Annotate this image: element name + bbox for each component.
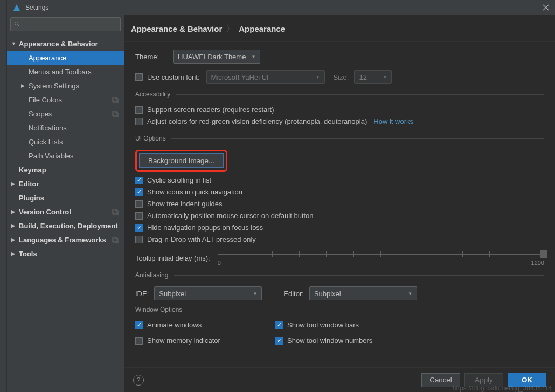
titlebar: Settings: [7, 0, 555, 15]
svg-point-0: [15, 22, 18, 25]
tree-item[interactable]: Plugins: [7, 191, 124, 205]
tree-item[interactable]: ▶Version Control: [7, 205, 124, 219]
slider-thumb[interactable]: [540, 250, 547, 258]
chevron-down-icon: ▼: [383, 75, 387, 80]
svg-rect-9: [114, 239, 118, 243]
tree-indent-checkbox[interactable]: [135, 200, 143, 208]
svg-rect-6: [113, 209, 117, 214]
screen-readers-label: Support screen readers (requires restart…: [147, 106, 274, 114]
theme-label: Theme:: [135, 53, 173, 61]
breadcrumb-sep: 〉: [226, 24, 234, 34]
drag-alt-checkbox[interactable]: [135, 236, 143, 243]
highlight-annotation: Background Image...: [135, 150, 227, 172]
tree-item[interactable]: Appearance: [7, 51, 124, 65]
apply-button[interactable]: Apply: [464, 373, 503, 387]
tooltip-delay-label: Tooltip initial delay (ms):: [135, 254, 210, 262]
tree-indent-label: Show tree indent guides: [147, 200, 222, 208]
hide-popups-checkbox[interactable]: [135, 224, 143, 232]
project-badge-icon: [112, 236, 119, 243]
tree-item[interactable]: ▶Languages & Frameworks: [7, 233, 124, 247]
cyclic-scroll-label: Cyclic scrolling in list: [147, 176, 211, 184]
tree-item[interactable]: ▶Tools: [7, 247, 124, 261]
background-image-button[interactable]: Background Image...: [139, 153, 224, 168]
tree-item[interactable]: Scopes: [7, 107, 124, 121]
tooltip-delay-slider[interactable]: 01200: [218, 250, 544, 266]
tree-item[interactable]: ▶System Settings: [7, 79, 124, 93]
tree-item-label: Path Variables: [29, 152, 74, 160]
tool-bars-checkbox[interactable]: [275, 321, 283, 329]
font-combo[interactable]: Microsoft YaHei UI ▼: [206, 70, 325, 84]
expand-arrow-icon: ▶: [11, 209, 17, 214]
tree-item[interactable]: Keymap: [7, 163, 124, 177]
quick-nav-icons-checkbox[interactable]: [135, 188, 143, 196]
window-title: Settings: [25, 4, 542, 11]
close-icon[interactable]: [542, 4, 550, 11]
ok-button[interactable]: OK: [508, 373, 546, 387]
cyclic-scroll-checkbox[interactable]: [135, 177, 143, 184]
footer: ? Cancel Apply OK: [124, 367, 555, 392]
search-icon: [14, 21, 20, 27]
custom-font-checkbox[interactable]: [135, 73, 143, 81]
color-deficiency-checkbox[interactable]: [135, 118, 143, 125]
cancel-button[interactable]: Cancel: [421, 373, 460, 387]
how-it-works-link[interactable]: How it works: [373, 117, 413, 125]
tree-item[interactable]: ▼Appearance & Behavior: [7, 37, 124, 51]
tool-bars-label: Show tool window bars: [287, 321, 359, 329]
tree-item-label: Tools: [19, 250, 37, 258]
tree-item-label: Languages & Frameworks: [19, 236, 106, 244]
project-badge-icon: [112, 96, 119, 103]
auto-mouse-label: Automatically position mouse cursor on d…: [147, 212, 314, 220]
project-badge-icon: [112, 208, 119, 215]
breadcrumb: Appearance & Behavior 〉 Appearance: [124, 15, 555, 42]
expand-arrow-icon: ▶: [11, 237, 17, 242]
tree-item[interactable]: Menus and Toolbars: [7, 65, 124, 79]
expand-arrow-icon: ▶: [11, 181, 17, 186]
theme-combo[interactable]: HUAWEI Dark Theme ▼: [173, 50, 260, 64]
section-title: Window Options: [135, 306, 188, 313]
custom-font-label: Use custom font:: [147, 73, 200, 81]
tree-item-label: Keymap: [19, 166, 46, 174]
tree-item-label: Notifications: [29, 124, 67, 132]
section-title: Antialiasing: [135, 271, 174, 279]
search-input[interactable]: [10, 17, 121, 31]
screen-readers-checkbox[interactable]: [135, 106, 143, 114]
chevron-down-icon: ▼: [408, 291, 412, 296]
chevron-down-icon: ▼: [253, 291, 257, 296]
memory-indicator-checkbox[interactable]: [135, 337, 143, 345]
tree-item-label: Quick Lists: [29, 138, 63, 146]
tool-numbers-checkbox[interactable]: [275, 337, 283, 345]
content-panel: Appearance & Behavior 〉 Appearance Theme…: [124, 15, 555, 392]
section-title: Accessibility: [135, 90, 176, 98]
memory-indicator-label: Show memory indicator: [147, 337, 220, 345]
editor-aa-combo[interactable]: Subpixel▼: [309, 286, 417, 300]
tree-item[interactable]: Quick Lists: [7, 135, 124, 149]
help-icon[interactable]: ?: [133, 375, 144, 386]
app-icon: [12, 3, 21, 12]
animate-windows-checkbox[interactable]: [135, 321, 143, 329]
window-options-section: Window Options Animate windows Show tool…: [135, 306, 544, 348]
ui-options-section: UI Options Background Image... Cyclic sc…: [135, 135, 544, 266]
size-label: Size:: [334, 73, 349, 81]
tree-item-label: Plugins: [19, 194, 44, 202]
project-badge-icon: [112, 110, 119, 117]
tree-item[interactable]: File Colors: [7, 93, 124, 107]
ide-aa-combo[interactable]: Subpixel▼: [154, 286, 262, 300]
settings-dialog: Settings ▼Appearance & BehaviorAppearanc…: [7, 0, 555, 392]
svg-line-1: [18, 25, 19, 26]
expand-arrow-icon: ▶: [11, 251, 17, 256]
expand-arrow-icon: ▼: [11, 41, 17, 46]
ide-aa-label: IDE:: [135, 290, 149, 298]
tree-item[interactable]: ▶Build, Execution, Deployment: [7, 219, 124, 233]
antialiasing-section: Antialiasing IDE: Subpixel▼ Editor: Subp…: [135, 271, 544, 300]
size-combo[interactable]: 12 ▼: [354, 70, 392, 84]
svg-rect-2: [113, 97, 117, 102]
tree-item-label: Editor: [19, 180, 39, 188]
tree-item[interactable]: ▶Editor: [7, 177, 124, 191]
chevron-down-icon: ▼: [316, 75, 320, 80]
svg-rect-4: [113, 111, 117, 116]
tree-item[interactable]: Notifications: [7, 121, 124, 135]
settings-content: Theme: HUAWEI Dark Theme ▼ Use custom fo…: [124, 42, 555, 367]
tree-item[interactable]: Path Variables: [7, 149, 124, 163]
auto-mouse-checkbox[interactable]: [135, 212, 143, 220]
expand-arrow-icon: ▶: [21, 83, 26, 88]
